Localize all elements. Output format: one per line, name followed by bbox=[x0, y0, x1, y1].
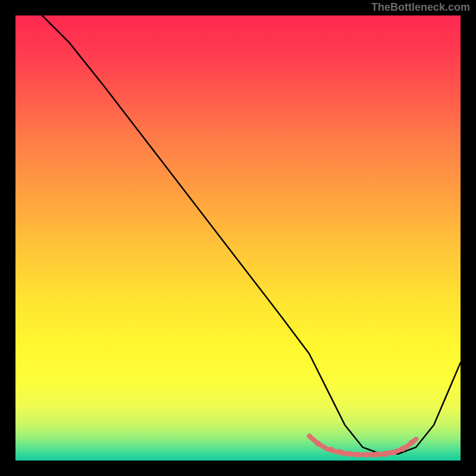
main-curve bbox=[42, 15, 461, 454]
marker-dot bbox=[373, 452, 379, 458]
marker-dot bbox=[337, 449, 343, 455]
marker-dot bbox=[400, 446, 406, 452]
marker-dot bbox=[328, 447, 334, 453]
marker-dot bbox=[409, 440, 415, 446]
marker-dot bbox=[355, 452, 361, 458]
marker-dot bbox=[391, 450, 397, 456]
bottom-marker-curve bbox=[309, 436, 416, 455]
marker-dot bbox=[346, 451, 352, 457]
watermark-text: TheBottleneck.com bbox=[371, 1, 470, 14]
marker-dot bbox=[315, 441, 321, 447]
marker-dot bbox=[382, 451, 388, 457]
chart-svg bbox=[15, 15, 461, 461]
plot-area bbox=[15, 15, 461, 461]
marker-dot bbox=[364, 452, 370, 458]
